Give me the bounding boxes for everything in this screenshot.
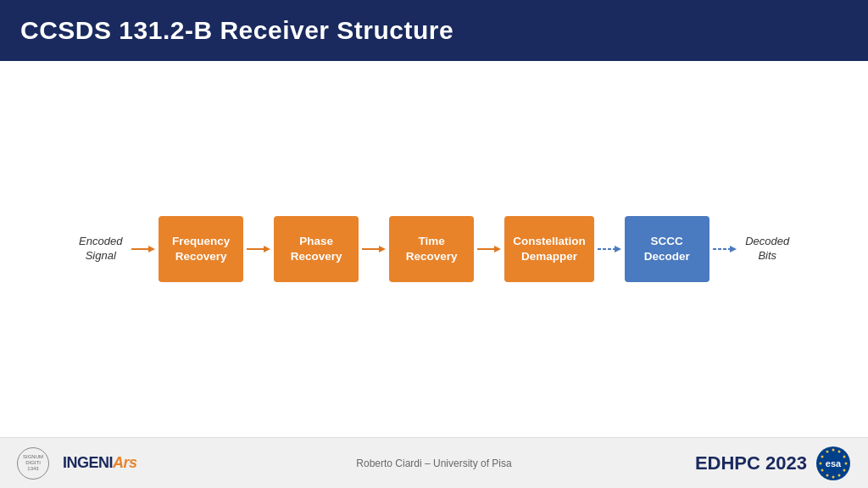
block-frequency-recovery: FrequencyRecovery bbox=[159, 216, 243, 282]
svg-point-19 bbox=[832, 475, 835, 478]
svg-point-22 bbox=[820, 462, 822, 464]
esa-logo: esa bbox=[815, 446, 851, 481]
footer: SIGNUMDIGITI1343 INGENIArs Roberto Ciard… bbox=[0, 437, 868, 488]
arrow-2 bbox=[362, 242, 386, 256]
page-title: CCSDS 131.2-B Receiver Structure bbox=[20, 16, 453, 45]
logo-ingeniari: INGENIArs bbox=[63, 454, 137, 472]
decoded-bits-label: DecodedBits bbox=[740, 235, 795, 263]
svg-point-15 bbox=[843, 455, 846, 458]
arrow-3 bbox=[477, 242, 501, 256]
svg-point-13 bbox=[832, 448, 835, 451]
svg-marker-5 bbox=[379, 246, 386, 252]
svg-marker-3 bbox=[264, 246, 270, 252]
block-time-recovery: TimeRecovery bbox=[389, 216, 474, 282]
svg-marker-11 bbox=[730, 246, 737, 252]
arrow-4 bbox=[598, 242, 621, 256]
header: CCSDS 131.2-B Receiver Structure bbox=[0, 0, 868, 61]
svg-point-24 bbox=[826, 450, 829, 452]
arrow-5 bbox=[713, 242, 737, 256]
arrow-0 bbox=[131, 242, 155, 256]
flow-diagram: EncodedSignal FrequencyRecovery PhaseRec… bbox=[25, 216, 843, 282]
svg-marker-7 bbox=[494, 246, 501, 252]
footer-right: EDHPC 2023 bbox=[695, 446, 851, 481]
logo-signum: SIGNUMDIGITI1343 bbox=[17, 447, 49, 480]
footer-logos-left: SIGNUMDIGITI1343 INGENIArs bbox=[17, 447, 137, 480]
main-content: EncodedSignal FrequencyRecovery PhaseRec… bbox=[0, 61, 868, 437]
footer-center-text: Roberto Ciardi – University of Pisa bbox=[356, 458, 511, 469]
svg-text:esa: esa bbox=[826, 458, 842, 469]
svg-point-21 bbox=[821, 469, 824, 471]
arrow-1 bbox=[247, 242, 270, 256]
svg-marker-9 bbox=[615, 246, 621, 252]
esa-logo-svg: esa bbox=[815, 446, 851, 481]
edhpc-label: EDHPC 2023 bbox=[695, 452, 807, 474]
svg-point-23 bbox=[821, 455, 824, 458]
block-phase-recovery: PhaseRecovery bbox=[274, 216, 359, 282]
block-constellation-demapper: ConstellationDemapper bbox=[504, 216, 594, 282]
svg-point-14 bbox=[838, 450, 841, 452]
svg-point-18 bbox=[838, 474, 841, 476]
svg-point-20 bbox=[826, 474, 829, 476]
block-sccc-decoder: SCCCDecoder bbox=[625, 216, 709, 282]
svg-point-17 bbox=[843, 469, 846, 471]
svg-point-16 bbox=[845, 462, 848, 464]
svg-marker-1 bbox=[148, 246, 155, 252]
encoded-signal-label: EncodedSignal bbox=[73, 235, 128, 263]
